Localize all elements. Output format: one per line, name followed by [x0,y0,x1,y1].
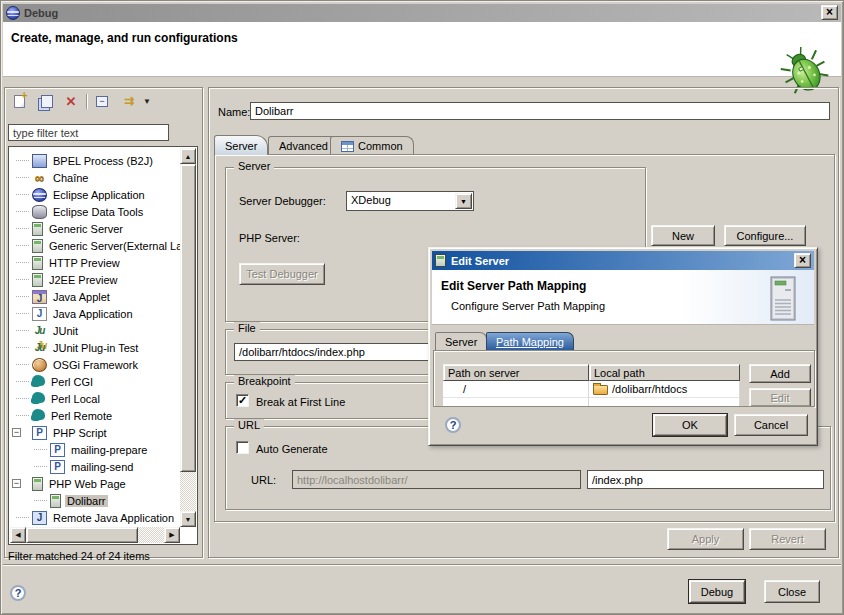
name-input[interactable]: Dolibarr [250,102,830,120]
tree-item[interactable]: − Eclipse Data Tools [10,203,180,220]
vertical-scroll-thumb[interactable] [180,164,196,472]
tree-item-icon [32,358,47,372]
tree-item-icon [32,307,47,321]
column-header-path-on-server[interactable]: Path on server [443,364,589,381]
scroll-left-icon[interactable]: ◀ [10,527,26,543]
help-icon[interactable]: ? [10,585,26,601]
tree-item[interactable]: − JUnit Plug-in Test [10,339,180,356]
window-titlebar[interactable]: Debug × [3,3,841,22]
break-first-line-checkbox[interactable]: ✓ [236,394,249,407]
tree-item[interactable]: − Perl Remote [10,407,180,424]
edit-server-close-button[interactable]: × [794,253,811,268]
duplicate-configuration-icon[interactable] [34,92,56,110]
tree-item[interactable]: − Java Application [10,305,180,322]
tree-item-label: Generic Server(External La [47,240,180,252]
filter-icon[interactable]: ⇉ [117,92,139,110]
tree-item[interactable]: − J2EE Preview [10,271,180,288]
tree-item[interactable]: − HTTP Preview [10,254,180,271]
tab-advanced[interactable]: Advanced [268,136,339,155]
base-url-value: http://localhostdolibarr/ [297,474,408,486]
tab-common[interactable]: Common [330,136,414,155]
add-mapping-button[interactable]: Add [749,364,811,383]
scroll-right-icon[interactable]: ▶ [164,527,180,543]
server-debugger-combo[interactable]: XDebug ▼ [346,191,474,211]
delete-configuration-icon[interactable]: ✕ [60,92,82,110]
tree-item[interactable]: − Generic Server(External La [10,237,180,254]
tree-item[interactable]: − Java Applet [10,288,180,305]
tab-server[interactable]: Server [214,135,268,155]
tree-item-icon [32,409,45,420]
tree-item[interactable]: − PHP Script [10,424,180,441]
tree-item[interactable]: − Chaîne [10,169,180,186]
tree-item[interactable]: − mailing-prepare [10,441,180,458]
revert-button[interactable]: Revert [749,528,826,550]
debug-button[interactable]: Debug [689,580,745,603]
edit-server-heading: Edit Server Path Mapping [432,270,814,293]
tree-item[interactable]: − mailing-send [10,458,180,475]
edit-mapping-button[interactable]: Edit [749,388,811,407]
scroll-up-icon[interactable]: ▲ [180,148,196,164]
tree-item[interactable]: − Remote Java Application [10,509,180,526]
tree-item-icon [32,188,47,202]
new-server-button[interactable]: New [651,225,715,246]
url-path-input[interactable]: /index.php [587,470,824,489]
sidebar-toolbar: ✕ − ⇉ ▼ [8,92,151,110]
filter-input[interactable]: type filter text [8,124,169,141]
auto-generate-checkbox[interactable] [236,441,249,454]
scroll-down-icon[interactable]: ▼ [180,511,196,527]
ok-button[interactable]: OK [653,414,727,436]
dialog-tab-path-mapping[interactable]: Path Mapping [486,332,574,350]
dialog-tab-server[interactable]: Server [435,332,487,350]
filter-input-value: type filter text [13,127,78,139]
name-input-value: Dolibarr [255,105,294,117]
tree-item-label: Perl CGI [49,376,95,388]
edit-server-titlebar[interactable]: Edit Server × [432,251,814,270]
horizontal-scroll-thumb[interactable] [26,527,138,543]
column-header-local-path[interactable]: Local path [589,364,740,381]
tree-item-icon [32,256,43,270]
tree-item-label: BPEL Process (B2J) [51,155,155,167]
tree-item[interactable]: − BPEL Process (B2J) [10,152,180,169]
tree-item-icon [32,154,47,168]
tree-item[interactable]: − Eclipse Application [10,186,180,203]
cell-path-on-server: / [443,381,589,398]
filter-dropdown-icon[interactable]: ▼ [143,97,151,106]
url-group-legend: URL [234,419,264,431]
tree-item[interactable]: − OSGi Framework [10,356,180,373]
tree-item-icon [32,205,47,219]
table-empty-row [443,398,740,407]
table-row[interactable]: / /dolibarr/htdocs [443,381,740,398]
apply-button[interactable]: Apply [667,528,744,550]
dialog-tab-path-mapping-label: Path Mapping [496,336,564,348]
configure-server-button[interactable]: Configure... [724,225,806,246]
collapse-all-icon[interactable]: − [91,92,113,110]
edit-server-subheading: Configure Server Path Mapping [432,293,814,312]
tree-item[interactable]: − Dolibarr [10,492,180,509]
test-debugger-button[interactable]: Test Debugger [239,263,325,285]
name-label: Name: [218,106,250,118]
close-button[interactable]: Close [764,580,820,603]
new-configuration-icon[interactable] [8,92,30,110]
tree-item-icon [32,239,43,253]
tree-item[interactable]: − Perl Local [10,390,180,407]
window-close-button[interactable]: × [821,5,838,20]
tree-item[interactable]: − PHP Web Page [10,475,180,492]
tree-expander-icon[interactable]: − [12,428,21,437]
server-group-legend: Server [234,160,274,172]
combo-dropdown-icon[interactable]: ▼ [455,193,472,209]
tree-item[interactable]: − Perl CGI [10,373,180,390]
tree-item-icon [32,341,47,355]
tree-expander-icon[interactable]: − [12,479,21,488]
tree-item-icon [50,460,65,474]
edit-server-header: Edit Server Path Mapping Configure Serve… [432,270,814,325]
tree-item[interactable]: − Generic Server [10,220,180,237]
server-debugger-label: Server Debugger: [239,195,326,207]
server-debugger-value: XDebug [351,194,453,206]
tree-item-label: Perl Remote [49,410,114,422]
dialog-help-icon[interactable]: ? [445,417,461,433]
tree-vertical-scrollbar[interactable]: ▲ ▼ [180,148,196,527]
break-first-line-label: Break at First Line [256,396,345,408]
tree-item[interactable]: − JUnit [10,322,180,339]
tree-horizontal-scrollbar[interactable]: ◀ ▶ [10,527,180,543]
cancel-button[interactable]: Cancel [734,414,808,436]
